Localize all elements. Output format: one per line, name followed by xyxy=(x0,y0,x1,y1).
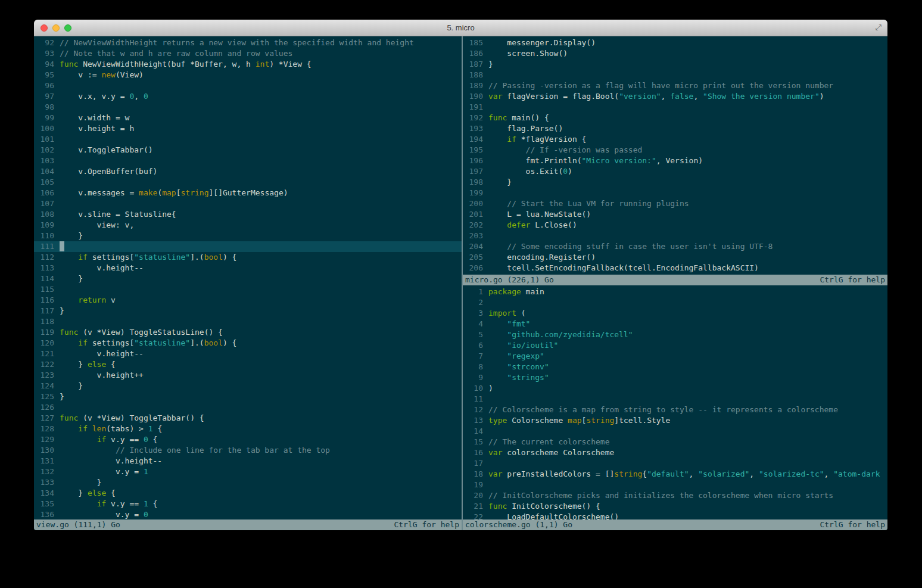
code-line[interactable]: 18var preInstalledColors = []string{"def… xyxy=(463,469,887,480)
code-line[interactable]: 136 v.y = 0 xyxy=(34,509,462,519)
code-line[interactable]: 106 v.messages = make(map[string][]Gutte… xyxy=(34,188,462,198)
code-line[interactable]: 187} xyxy=(463,59,887,70)
code-line[interactable]: 206 tcell.SetEncodingFallback(tcell.Enco… xyxy=(463,263,887,273)
code-line[interactable]: 3import ( xyxy=(463,308,887,319)
code-line[interactable]: 200 // Start the Lua VM for running plug… xyxy=(463,198,887,209)
code-line[interactable]: 191 xyxy=(463,102,887,113)
code-line[interactable]: 198 } xyxy=(463,177,887,188)
code-line[interactable]: 134 } else { xyxy=(34,488,462,499)
code-line[interactable]: 203 xyxy=(463,231,887,241)
code-line[interactable]: 94func NewViewWidthHeight(buf *Buffer, w… xyxy=(34,59,462,70)
code-line[interactable]: 205 encoding.Register() xyxy=(463,252,887,263)
code-line[interactable]: 6 "io/ioutil" xyxy=(463,340,887,351)
code-line[interactable]: 114 } xyxy=(34,273,462,284)
code-line[interactable]: 104 v.OpenBuffer(buf) xyxy=(34,166,462,177)
code-line[interactable]: 96 xyxy=(34,80,462,91)
code-line[interactable]: 124 } xyxy=(34,381,462,391)
code-line[interactable]: 16var colorscheme Colorscheme xyxy=(463,447,887,458)
code-line[interactable]: 97 v.x, v.y = 0, 0 xyxy=(34,91,462,102)
code-line[interactable]: 115 xyxy=(34,284,462,295)
code-line[interactable]: 192func main() { xyxy=(463,113,887,123)
code-line[interactable]: 195 // If -version was passed xyxy=(463,145,887,155)
code-line[interactable]: 128 if len(tabs) > 1 { xyxy=(34,424,462,434)
fullscreen-icon[interactable]: ⤢ xyxy=(876,23,881,32)
code-line[interactable]: 103 xyxy=(34,155,462,166)
code-line[interactable]: 15// The current colorscheme xyxy=(463,437,887,447)
code-line[interactable]: 22 LoadDefaultColorscheme() xyxy=(463,512,887,519)
code-line[interactable]: 105 xyxy=(34,177,462,188)
code-line[interactable]: 9 "strings" xyxy=(463,372,887,383)
code-text: v.x, v.y = 0, 0 xyxy=(60,91,462,102)
code-line[interactable]: 11 xyxy=(463,394,887,405)
code-line[interactable]: 110 } xyxy=(34,231,462,241)
code-line[interactable]: 197 os.Exit(0) xyxy=(463,166,887,177)
code-line[interactable]: 99 v.width = w xyxy=(34,113,462,123)
code-area-colorscheme-go[interactable]: 1package main23import (4 "fmt"5 "github.… xyxy=(463,285,887,519)
code-line[interactable]: 112 if settings["statusline"].(bool) { xyxy=(34,252,462,263)
code-line[interactable]: 126 xyxy=(34,402,462,413)
code-line[interactable]: 20// InitColorscheme picks and initializ… xyxy=(463,490,887,501)
code-line[interactable]: 202 defer L.Close() xyxy=(463,220,887,231)
code-line[interactable]: 111 xyxy=(34,241,462,252)
code-line[interactable]: 1package main xyxy=(463,287,887,297)
code-line[interactable]: 204 // Some encoding stuff in case the u… xyxy=(463,241,887,252)
code-line[interactable]: 93// Note that w and h are raw column an… xyxy=(34,48,462,59)
code-line[interactable]: 14 xyxy=(463,426,887,437)
code-line[interactable]: 102 v.ToggleTabbar() xyxy=(34,145,462,155)
code-line[interactable]: 92// NewViewWidthHeight returns a new vi… xyxy=(34,38,462,48)
code-line[interactable]: 188 xyxy=(463,70,887,80)
code-line[interactable]: 135 if v.y == 1 { xyxy=(34,499,462,509)
code-text xyxy=(488,480,887,490)
code-line[interactable]: 118 xyxy=(34,316,462,327)
code-line[interactable]: 117} xyxy=(34,306,462,316)
code-line[interactable]: 98 xyxy=(34,102,462,113)
code-line[interactable]: 107 xyxy=(34,198,462,209)
code-line[interactable]: 131 v.height-- xyxy=(34,456,462,466)
code-line[interactable]: 108 v.sline = Statusline{ xyxy=(34,209,462,220)
code-line[interactable]: 132 v.y = 1 xyxy=(34,466,462,477)
code-line[interactable]: 199 xyxy=(463,188,887,198)
code-line[interactable]: 4 "fmt" xyxy=(463,319,887,329)
text-cursor xyxy=(60,241,64,251)
code-line[interactable]: 129 if v.y == 0 { xyxy=(34,434,462,445)
code-line[interactable]: 19 xyxy=(463,480,887,490)
code-area-micro-go[interactable]: 185 messenger.Display()186 screen.Show()… xyxy=(463,36,887,275)
code-line[interactable]: 2 xyxy=(463,297,887,308)
code-line[interactable]: 186 screen.Show() xyxy=(463,48,887,59)
code-line[interactable]: 119func (v *View) ToggleStatusLine() { xyxy=(34,327,462,338)
code-token: } xyxy=(60,360,88,369)
code-token: // Note that w and h are raw column and … xyxy=(60,49,292,58)
code-line[interactable]: 130 // Include one line for the tab bar … xyxy=(34,445,462,456)
code-line[interactable]: 122 } else { xyxy=(34,359,462,370)
code-line[interactable]: 190var flagVersion = flag.Bool("version"… xyxy=(463,91,887,102)
code-line[interactable]: 95 v := new(View) xyxy=(34,70,462,80)
code-line[interactable]: 12// Colorscheme is a map from string to… xyxy=(463,405,887,415)
code-line[interactable]: 17 xyxy=(463,458,887,469)
code-line[interactable]: 121 v.height-- xyxy=(34,349,462,359)
code-line[interactable]: 100 v.height = h xyxy=(34,123,462,134)
code-token xyxy=(60,253,78,262)
code-line[interactable]: 133 } xyxy=(34,477,462,488)
code-line[interactable]: 201 L = lua.NewState() xyxy=(463,209,887,220)
code-line[interactable]: 109 view: v, xyxy=(34,220,462,231)
code-line[interactable]: 113 v.height-- xyxy=(34,263,462,273)
code-line[interactable]: 7 "regexp" xyxy=(463,351,887,362)
window-titlebar[interactable]: 5. micro ⤢ xyxy=(34,20,887,36)
code-line[interactable]: 125} xyxy=(34,391,462,402)
code-line[interactable]: 193 flag.Parse() xyxy=(463,123,887,134)
code-line[interactable]: 185 messenger.Display() xyxy=(463,38,887,48)
code-line[interactable]: 120 if settings["statusline"].(bool) { xyxy=(34,338,462,349)
code-line[interactable]: 194 if *flagVersion { xyxy=(463,134,887,145)
code-line[interactable]: 127func (v *View) ToggleTabbar() { xyxy=(34,413,462,424)
code-line[interactable]: 189// Passing -version as a flag will ha… xyxy=(463,80,887,91)
code-line[interactable]: 8 "strconv" xyxy=(463,362,887,372)
code-line[interactable]: 116 return v xyxy=(34,295,462,306)
code-area-view-go[interactable]: 92// NewViewWidthHeight returns a new vi… xyxy=(34,36,462,519)
code-line[interactable]: 13type Colorscheme map[string]tcell.Styl… xyxy=(463,415,887,426)
code-line[interactable]: 10) xyxy=(463,383,887,394)
code-line[interactable]: 123 v.height++ xyxy=(34,370,462,381)
code-line[interactable]: 196 fmt.Println("Micro version:", Versio… xyxy=(463,155,887,166)
code-line[interactable]: 21func InitColorscheme() { xyxy=(463,501,887,512)
code-line[interactable]: 101 xyxy=(34,134,462,145)
code-line[interactable]: 5 "github.com/zyedidia/tcell" xyxy=(463,329,887,340)
